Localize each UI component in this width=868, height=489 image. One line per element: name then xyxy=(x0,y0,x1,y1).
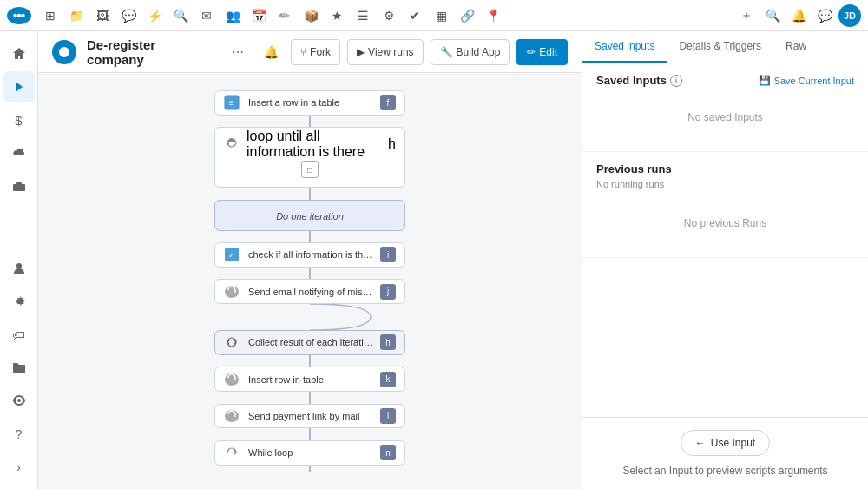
user-avatar[interactable]: JD xyxy=(838,4,861,27)
node-h-label: loop until all information is there xyxy=(247,129,381,160)
sidebar-icon-flows[interactable] xyxy=(3,71,35,102)
svg-point-7 xyxy=(17,399,21,402)
svg-text:✓: ✓ xyxy=(228,251,235,260)
node-collect[interactable]: Collect result of each iteration h xyxy=(214,330,405,355)
node-f-key: f xyxy=(380,95,396,110)
svg-point-6 xyxy=(16,263,22,268)
sidebar-icon-cloud[interactable] xyxy=(3,137,35,169)
no-saved-inputs: No saved Inputs xyxy=(596,94,854,141)
nav-calendar-icon[interactable]: 📅 xyxy=(247,3,271,28)
save-icon: 💾 xyxy=(759,75,771,86)
view-runs-button[interactable]: ▶ View runs xyxy=(347,39,423,65)
edit-button[interactable]: ✏ Edit xyxy=(516,39,568,65)
fork-button[interactable]: ⑂ Fork xyxy=(291,39,340,65)
nav-search-icon[interactable]: 🔍 xyxy=(168,3,193,28)
node-n[interactable]: While loop n xyxy=(214,440,405,466)
sidebar-icon-home[interactable] xyxy=(3,38,35,69)
node-i-key: i xyxy=(380,247,396,262)
svg-point-2 xyxy=(21,13,25,17)
node-k-label: Insert row in table xyxy=(248,374,373,385)
svg-point-14 xyxy=(225,373,239,386)
svg-text:≡: ≡ xyxy=(229,98,234,108)
node-h-loop[interactable]: loop until all information is there h □ xyxy=(214,127,405,188)
flow-canvas[interactable]: ≡ Insert a row in a table f loop until a… xyxy=(38,73,582,489)
info-icon[interactable]: i xyxy=(670,75,682,87)
node-h-icon xyxy=(224,135,240,154)
sidebar-icon-briefcase[interactable] xyxy=(3,170,35,202)
bell-button[interactable]: 🔔 xyxy=(258,39,284,65)
connector-3 xyxy=(309,231,311,242)
node-l-key: l xyxy=(380,408,396,424)
node-j-icon xyxy=(222,282,241,301)
node-collect-label: Collect result of each iteration xyxy=(248,337,373,347)
flow-header-actions: ⋯ 🔔 ⑂ Fork ▶ View runs 🔧 Build App ✏ Edi… xyxy=(225,39,568,65)
nav-message-icon[interactable]: 💬 xyxy=(812,3,837,28)
logo[interactable] xyxy=(7,7,31,24)
sidebar-icon-help[interactable]: ? xyxy=(3,418,35,449)
nav-chat-icon[interactable]: 💬 xyxy=(116,3,141,28)
connector-6 xyxy=(309,392,311,403)
node-j[interactable]: Send email notifying of missing infor...… xyxy=(214,279,405,304)
nav-people-icon[interactable]: 👥 xyxy=(220,3,245,28)
no-previous-runs: No previous Runs xyxy=(596,200,854,247)
tab-details-triggers[interactable]: Details & Triggers xyxy=(667,31,773,63)
node-h-body: □ xyxy=(215,161,404,187)
node-j-key: j xyxy=(380,284,396,300)
tab-saved-inputs[interactable]: Saved inputs xyxy=(582,31,667,63)
left-sidebar: $ 🏷 ? › xyxy=(0,31,38,489)
sidebar-icon-gear[interactable] xyxy=(3,286,35,317)
nav-bell-icon[interactable]: 🔔 xyxy=(786,3,811,28)
nav-bolt-icon[interactable]: ⚡ xyxy=(142,3,167,28)
nav-star-icon[interactable]: ★ xyxy=(325,3,349,28)
nav-search-right-icon[interactable]: 🔍 xyxy=(760,3,785,28)
nav-plus-icon[interactable]: ＋ xyxy=(734,3,759,28)
node-h-key: h xyxy=(388,136,396,152)
sidebar-icon-tag[interactable]: 🏷 xyxy=(3,319,35,350)
nav-mail-icon[interactable]: ✉ xyxy=(194,3,219,28)
connector-4 xyxy=(309,268,311,279)
saved-inputs-section: Saved Inputs i 💾 Save Current Input No s… xyxy=(582,63,868,152)
nav-settings-icon[interactable]: ⚙ xyxy=(377,3,401,28)
nav-list-icon[interactable]: ☰ xyxy=(351,3,375,28)
build-icon: 🔧 xyxy=(440,46,453,58)
more-options-button[interactable]: ⋯ xyxy=(225,39,251,65)
use-input-desc: Select an Input to preview scripts argum… xyxy=(622,465,827,477)
node-collect-key: h xyxy=(380,334,396,350)
node-k[interactable]: Insert row in table k xyxy=(214,367,405,392)
node-do-iteration[interactable]: Do one iteration xyxy=(214,200,405,231)
build-app-button[interactable]: 🔧 Build App xyxy=(431,39,510,65)
sidebar-icon-folder[interactable] xyxy=(3,352,35,383)
nav-image-icon[interactable]: 🖼 xyxy=(90,3,115,28)
sidebar-icon-dollar[interactable]: $ xyxy=(3,104,35,135)
connector-1 xyxy=(309,116,311,127)
sidebar-icon-user[interactable] xyxy=(3,253,35,284)
node-l[interactable]: Send payment link by mail l xyxy=(214,404,405,429)
nav-location-icon[interactable]: 📍 xyxy=(481,3,505,28)
nav-archive-icon[interactable]: 📦 xyxy=(299,3,323,28)
nav-folder-icon[interactable]: 📁 xyxy=(64,3,89,28)
sidebar-icon-expand[interactable]: › xyxy=(3,451,35,482)
tab-raw[interactable]: Raw xyxy=(773,31,819,63)
panel-tabs: Saved inputs Details & Triggers Raw xyxy=(582,31,868,63)
node-h-header: loop until all information is there h xyxy=(215,128,404,161)
node-f[interactable]: ≡ Insert a row in a table f xyxy=(214,90,405,116)
node-l-icon xyxy=(222,406,241,426)
svg-marker-3 xyxy=(16,82,23,92)
flow-title: De-register company xyxy=(87,37,214,67)
node-j-label: Send email notifying of missing infor... xyxy=(248,287,373,297)
nav-pencil-icon[interactable]: ✏ xyxy=(273,3,297,28)
right-panel: Saved inputs Details & Triggers Raw Save… xyxy=(582,31,868,489)
node-i[interactable]: ✓ check if all information is there i xyxy=(214,242,405,268)
sidebar-icon-eye[interactable] xyxy=(3,385,35,416)
nav-table-icon[interactable]: ▦ xyxy=(429,3,453,28)
save-current-input-button[interactable]: 💾 Save Current Input xyxy=(759,75,854,86)
node-l-label: Send payment link by mail xyxy=(248,411,373,421)
nav-link-icon[interactable]: 🔗 xyxy=(455,3,479,28)
use-input-button[interactable]: ← Use Input xyxy=(681,430,770,456)
nav-check-icon[interactable]: ✔ xyxy=(403,3,427,28)
flow-header: De-register company ⋯ 🔔 ⑂ Fork ▶ View ru… xyxy=(38,31,582,73)
pencil-icon: ✏ xyxy=(527,46,536,58)
nav-grid-icon[interactable]: ⊞ xyxy=(38,3,62,28)
connector-8 xyxy=(309,466,311,472)
loop-expand-button[interactable]: □ xyxy=(301,161,319,178)
